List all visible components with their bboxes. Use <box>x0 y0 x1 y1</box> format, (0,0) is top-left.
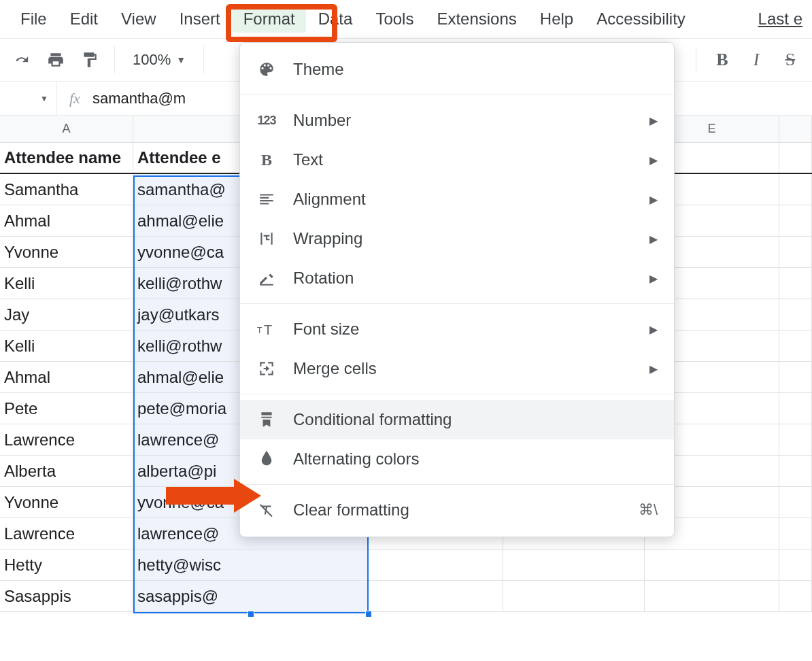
menu-help[interactable]: Help <box>529 5 584 33</box>
cell[interactable]: Ahmal <box>0 362 133 392</box>
selection-handle[interactable] <box>248 611 254 617</box>
menu-item-label: Font size <box>293 320 633 339</box>
altcolors-icon <box>256 449 277 469</box>
chevron-right-icon: ▶ <box>649 233 658 245</box>
menu-format[interactable]: Format <box>233 5 306 33</box>
cell[interactable] <box>779 330 812 361</box>
menu-item-merge-cells[interactable]: Merge cells▶ <box>240 349 674 388</box>
name-box[interactable]: ▼ <box>0 82 57 115</box>
cell[interactable] <box>779 549 812 580</box>
chevron-right-icon: ▶ <box>649 272 658 285</box>
svg-text:T: T <box>264 322 272 337</box>
cell[interactable] <box>369 549 503 580</box>
menu-edit[interactable]: Edit <box>59 5 109 33</box>
cell[interactable]: Lawrence <box>0 518 133 549</box>
menu-item-text[interactable]: BText▶ <box>240 140 674 180</box>
menu-item-conditional-formatting[interactable]: Conditional formatting <box>240 400 674 439</box>
table-row: Sasappissasappis@ <box>0 581 812 612</box>
cell[interactable] <box>779 424 812 455</box>
menu-item-label: Rotation <box>293 269 633 288</box>
menu-file[interactable]: File <box>10 5 58 33</box>
clear-icon <box>256 500 277 520</box>
cell[interactable]: Attendee name <box>0 143 133 173</box>
menu-item-clear-formatting[interactable]: Clear formatting⌘\ <box>240 490 674 530</box>
menu-data[interactable]: Data <box>307 5 364 33</box>
chevron-right-icon: ▶ <box>649 114 658 127</box>
redo-icon[interactable] <box>7 45 37 75</box>
cell[interactable]: Sasappis <box>0 581 133 611</box>
cell[interactable]: Yvonne <box>0 237 133 267</box>
cell[interactable]: Samantha <box>0 174 133 205</box>
cell[interactable] <box>645 581 779 611</box>
menu-insert[interactable]: Insert <box>169 5 231 33</box>
align-icon <box>256 189 277 209</box>
strikethrough-button[interactable]: S <box>775 45 805 75</box>
cell[interactable]: Kelli <box>0 268 133 299</box>
cell[interactable] <box>779 299 812 330</box>
cell[interactable]: Jay <box>0 299 133 330</box>
cell[interactable]: sasappis@ <box>133 581 369 611</box>
menu-item-number[interactable]: 123Number▶ <box>240 101 674 140</box>
toolbar-separator <box>114 46 115 73</box>
menu-tools[interactable]: Tools <box>365 5 424 33</box>
zoom-value: 100% <box>133 51 171 69</box>
menu-accessibility[interactable]: Accessibility <box>586 5 696 33</box>
cell[interactable] <box>779 205 812 236</box>
cell[interactable] <box>779 487 812 518</box>
menu-item-theme[interactable]: Theme <box>240 50 674 89</box>
cell[interactable] <box>779 581 812 611</box>
chevron-right-icon: ▶ <box>649 362 658 375</box>
last-edit-link[interactable]: Last e <box>758 10 802 29</box>
cell[interactable] <box>779 143 812 173</box>
fontsize-icon: TT <box>256 319 277 339</box>
table-row: Hettyhetty@wisc <box>0 549 812 581</box>
paint-format-icon[interactable] <box>75 45 105 75</box>
cell[interactable] <box>779 268 812 299</box>
menu-divider <box>240 394 674 394</box>
col-header-a[interactable]: A <box>0 116 133 142</box>
menu-divider <box>240 95 674 95</box>
cell[interactable] <box>779 362 812 392</box>
menu-item-label: Clear formatting <box>293 501 622 520</box>
menu-item-label: Wrapping <box>293 229 633 248</box>
rotate-icon <box>256 268 277 288</box>
cell[interactable] <box>503 581 645 611</box>
chevron-down-icon: ▼ <box>40 94 48 103</box>
cell[interactable]: Pete <box>0 393 133 424</box>
cell[interactable] <box>779 456 812 486</box>
zoom-dropdown[interactable]: 100% ▼ <box>124 51 194 69</box>
cell[interactable]: Hetty <box>0 549 133 580</box>
cell[interactable]: Alberta <box>0 456 133 486</box>
bold-button[interactable]: B <box>707 45 737 75</box>
cell[interactable] <box>779 237 812 267</box>
menu-view[interactable]: View <box>110 5 167 33</box>
cell[interactable]: Lawrence <box>0 424 133 455</box>
cell[interactable] <box>779 393 812 424</box>
bold-icon: B <box>256 150 277 170</box>
condfmt-icon <box>256 409 277 430</box>
col-header-f[interactable] <box>779 116 812 142</box>
selection-handle[interactable] <box>365 611 372 617</box>
cell[interactable]: Kelli <box>0 330 133 361</box>
cell[interactable]: hetty@wisc <box>133 549 369 580</box>
chevron-right-icon: ▶ <box>649 323 658 336</box>
cell[interactable] <box>779 518 812 549</box>
chevron-right-icon: ▶ <box>649 154 658 167</box>
italic-button[interactable]: I <box>741 45 771 75</box>
menu-item-alignment[interactable]: Alignment▶ <box>240 180 674 219</box>
menu-item-font-size[interactable]: TTFont size▶ <box>240 309 674 349</box>
cell[interactable] <box>779 174 812 205</box>
cell[interactable] <box>369 581 503 611</box>
fx-label: fx <box>57 90 92 107</box>
menu-item-alternating-colors[interactable]: Alternating colors <box>240 439 674 479</box>
cell[interactable]: Ahmal <box>0 205 133 236</box>
menu-item-rotation[interactable]: Rotation▶ <box>240 258 674 298</box>
menu-item-wrapping[interactable]: Wrapping▶ <box>240 219 674 258</box>
cell[interactable]: Yvonne <box>0 487 133 518</box>
chevron-down-icon: ▼ <box>176 54 186 65</box>
cell[interactable] <box>503 549 645 580</box>
print-icon[interactable] <box>41 45 71 75</box>
cell[interactable] <box>645 549 779 580</box>
toolbar-right-group: B I S <box>696 45 812 75</box>
menu-extensions[interactable]: Extensions <box>426 5 527 33</box>
